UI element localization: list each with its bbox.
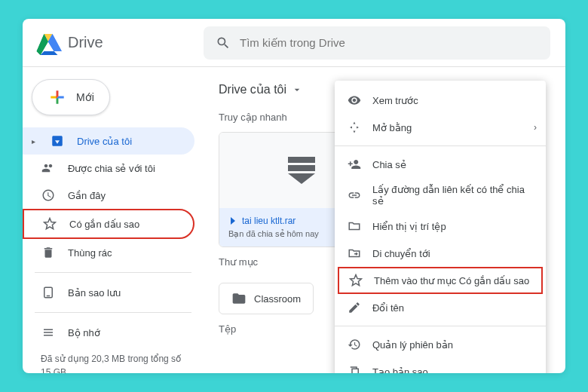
menu-label: Mở bằng: [372, 122, 412, 133]
drive-logo-icon: [35, 31, 62, 55]
sidebar-item-label: Bản sao lưu: [68, 287, 121, 299]
menu-show-location[interactable]: Hiển thị vị trí tệp: [335, 213, 546, 240]
edit-icon: [347, 300, 362, 315]
sidebar-item-shared[interactable]: Được chia sẻ với tôi: [23, 155, 194, 182]
sidebar-item-my-drive[interactable]: ▸ Drive của tôi: [23, 127, 194, 155]
sidebar-item-backups[interactable]: Bản sao lưu: [23, 279, 194, 306]
chevron-down-icon: [291, 84, 303, 96]
sidebar-item-label: Được chia sẻ với tôi: [68, 163, 155, 174]
header: Drive: [23, 19, 565, 67]
menu-label: Hiển thị vị trí tệp: [372, 221, 446, 232]
link-icon: [347, 188, 362, 203]
star-outline-icon: [348, 273, 363, 288]
menu-label: Lấy đường dẫn liên kết có thể chia sẻ: [372, 184, 534, 207]
breadcrumb-label: Drive của tôi: [219, 82, 286, 96]
menu-move-to[interactable]: Di chuyển tới: [335, 240, 546, 267]
sidebar-item-label: Bộ nhớ: [68, 327, 100, 338]
new-button[interactable]: Mới: [32, 79, 110, 115]
sidebar-item-label: Drive của tôi: [77, 136, 132, 147]
clock-icon: [41, 188, 56, 203]
star-icon: [42, 216, 57, 231]
search-icon: [216, 35, 231, 51]
menu-label: Di chuyển tới: [372, 248, 430, 259]
caret-icon: ▸: [32, 137, 38, 145]
folder-icon: [231, 291, 247, 306]
app-window: Drive Mới ▸ Drive của tôi Được chia sẻ v…: [23, 19, 565, 373]
new-button-label: Mới: [76, 91, 94, 103]
cloud-icon: [41, 325, 56, 340]
chevron-right-icon: ›: [534, 122, 537, 133]
logo-area[interactable]: Drive: [23, 31, 204, 55]
sidebar-item-label: Có gắn dấu sao: [69, 219, 139, 230]
menu-add-to-starred[interactable]: Thêm vào thư mục Có gắn dấu sao: [338, 267, 543, 294]
eye-icon: [347, 93, 362, 108]
people-icon: [41, 161, 56, 176]
menu-label: Thêm vào thư mục Có gắn dấu sao: [374, 275, 529, 286]
menu-divider: [335, 326, 546, 326]
app-title: Drive: [68, 34, 103, 51]
menu-label: Chia sẻ: [372, 159, 406, 170]
sidebar-item-recent[interactable]: Gần đây: [23, 182, 194, 209]
menu-make-copy[interactable]: Tạo bản sao: [335, 358, 546, 373]
sidebar-item-trash[interactable]: Thùng rác: [23, 239, 194, 266]
trash-icon: [41, 245, 56, 260]
file-icon: [228, 216, 237, 225]
menu-open-with[interactable]: Mở bằng ›: [335, 114, 546, 141]
menu-divider: [335, 145, 546, 146]
move-icon: [347, 246, 362, 261]
menu-label: Tạo bản sao: [372, 366, 428, 374]
menu-rename[interactable]: Đổi tên: [335, 294, 546, 321]
folder-chip[interactable]: Classroom: [219, 283, 314, 314]
history-icon: [347, 337, 362, 352]
open-with-icon: [347, 120, 362, 135]
sidebar-item-starred[interactable]: Có gắn dấu sao: [23, 209, 194, 239]
backup-icon: [41, 285, 56, 300]
menu-label: Đổi tên: [372, 302, 404, 314]
search-bar[interactable]: [204, 26, 550, 60]
search-input[interactable]: [240, 36, 538, 49]
folder-open-icon: [347, 219, 362, 234]
menu-preview[interactable]: Xem trước: [335, 87, 546, 114]
sidebar-item-storage[interactable]: Bộ nhớ: [23, 319, 194, 346]
menu-manage-versions[interactable]: Quản lý phiên bản: [335, 331, 546, 358]
context-menu: Xem trước Mở bằng › Chia sẻ Lấy đường dẫ…: [335, 81, 546, 373]
menu-share[interactable]: Chia sẻ: [335, 151, 546, 178]
folder-name: Classroom: [254, 293, 301, 305]
divider: [35, 312, 191, 313]
sidebar-item-label: Gần đây: [68, 190, 106, 201]
archive-icon: [288, 157, 315, 184]
drive-icon: [50, 133, 65, 149]
copy-icon: [347, 364, 362, 373]
plus-icon: [47, 87, 67, 107]
sidebar: Mới ▸ Drive của tôi Được chia sẻ với tôi…: [23, 67, 204, 373]
sidebar-item-label: Thùng rác: [68, 247, 112, 259]
storage-text: Đã sử dụng 20,3 MB trong tổng số 15 GB: [23, 346, 204, 373]
menu-label: Quản lý phiên bản: [372, 339, 453, 351]
divider: [35, 272, 191, 273]
menu-label: Xem trước: [372, 95, 418, 106]
menu-get-link[interactable]: Lấy đường dẫn liên kết có thể chia sẻ: [335, 178, 546, 213]
person-add-icon: [347, 157, 362, 172]
